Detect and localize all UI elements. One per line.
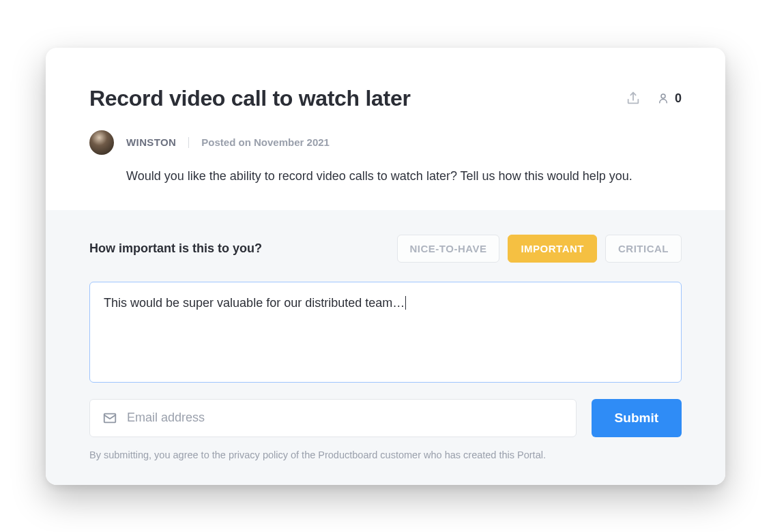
option-critical[interactable]: CRITICAL [605,235,682,263]
option-nice-to-have[interactable]: NICE-TO-HAVE [397,235,500,263]
title-actions: 0 [626,91,682,106]
votes-count: 0 [675,91,682,106]
submit-button[interactable]: Submit [592,399,682,437]
meta-separator [188,137,189,148]
importance-label: How important is this to you? [89,241,262,256]
importance-options: NICE-TO-HAVE IMPORTANT CRITICAL [397,235,682,263]
avatar [89,130,114,155]
post-description: Would you like the ability to record vid… [89,167,682,186]
disclaimer-text: By submitting, you agree to the privacy … [89,449,682,460]
option-important[interactable]: IMPORTANT [508,235,597,263]
feedback-card: Record video call to watch later 0 [46,48,725,485]
feedback-form: How important is this to you? NICE-TO-HA… [46,210,725,485]
author-name: WINSTON [126,136,176,148]
author-row: WINSTON Posted on November 2021 [89,130,682,155]
share-icon [626,91,641,106]
email-input[interactable] [127,411,564,425]
comment-input[interactable]: This would be super valuable for our dis… [89,282,682,383]
page-title: Record video call to watch later [89,86,411,111]
svg-point-0 [661,94,665,98]
person-icon [657,92,669,104]
submit-row: Submit [89,399,682,437]
title-row: Record video call to watch later 0 [89,86,682,111]
email-field-wrap [89,399,577,437]
mail-icon [102,411,117,426]
importance-row: How important is this to you? NICE-TO-HA… [89,235,682,263]
share-button[interactable] [626,91,641,106]
posted-date: Posted on November 2021 [201,136,330,148]
votes-indicator: 0 [657,91,682,106]
card-header: Record video call to watch later 0 [46,48,725,210]
